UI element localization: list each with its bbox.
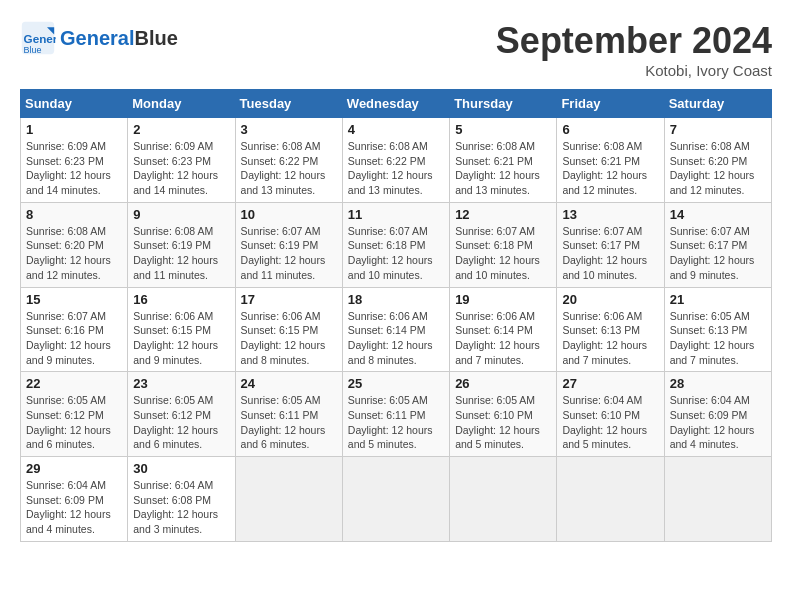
day-number: 12 — [455, 207, 551, 222]
day-info: Sunrise: 6:08 AM Sunset: 6:21 PM Dayligh… — [455, 139, 551, 198]
weekday-header: Sunday — [21, 90, 128, 118]
day-info: Sunrise: 6:07 AM Sunset: 6:18 PM Dayligh… — [455, 224, 551, 283]
day-number: 3 — [241, 122, 337, 137]
day-info: Sunrise: 6:06 AM Sunset: 6:13 PM Dayligh… — [562, 309, 658, 368]
calendar-table: SundayMondayTuesdayWednesdayThursdayFrid… — [20, 89, 772, 542]
calendar-week-row: 22Sunrise: 6:05 AM Sunset: 6:12 PM Dayli… — [21, 372, 772, 457]
calendar-day-cell: 1Sunrise: 6:09 AM Sunset: 6:23 PM Daylig… — [21, 118, 128, 203]
calendar-day-cell: 30Sunrise: 6:04 AM Sunset: 6:08 PM Dayli… — [128, 457, 235, 542]
page-header: General Blue GeneralBlue September 2024 … — [20, 20, 772, 79]
calendar-day-cell: 11Sunrise: 6:07 AM Sunset: 6:18 PM Dayli… — [342, 202, 449, 287]
calendar-day-cell: 20Sunrise: 6:06 AM Sunset: 6:13 PM Dayli… — [557, 287, 664, 372]
weekday-header-row: SundayMondayTuesdayWednesdayThursdayFrid… — [21, 90, 772, 118]
day-number: 6 — [562, 122, 658, 137]
day-info: Sunrise: 6:06 AM Sunset: 6:14 PM Dayligh… — [455, 309, 551, 368]
day-info: Sunrise: 6:07 AM Sunset: 6:18 PM Dayligh… — [348, 224, 444, 283]
calendar-day-cell — [664, 457, 771, 542]
calendar-day-cell — [235, 457, 342, 542]
day-number: 24 — [241, 376, 337, 391]
calendar-day-cell: 12Sunrise: 6:07 AM Sunset: 6:18 PM Dayli… — [450, 202, 557, 287]
day-number: 9 — [133, 207, 229, 222]
calendar-day-cell: 29Sunrise: 6:04 AM Sunset: 6:09 PM Dayli… — [21, 457, 128, 542]
day-info: Sunrise: 6:07 AM Sunset: 6:16 PM Dayligh… — [26, 309, 122, 368]
weekday-header: Wednesday — [342, 90, 449, 118]
weekday-header: Monday — [128, 90, 235, 118]
logo-blue: Blue — [134, 27, 177, 49]
calendar-day-cell: 10Sunrise: 6:07 AM Sunset: 6:19 PM Dayli… — [235, 202, 342, 287]
day-info: Sunrise: 6:05 AM Sunset: 6:12 PM Dayligh… — [133, 393, 229, 452]
day-info: Sunrise: 6:05 AM Sunset: 6:11 PM Dayligh… — [348, 393, 444, 452]
calendar-week-row: 29Sunrise: 6:04 AM Sunset: 6:09 PM Dayli… — [21, 457, 772, 542]
day-info: Sunrise: 6:04 AM Sunset: 6:09 PM Dayligh… — [670, 393, 766, 452]
calendar-day-cell: 18Sunrise: 6:06 AM Sunset: 6:14 PM Dayli… — [342, 287, 449, 372]
day-info: Sunrise: 6:04 AM Sunset: 6:08 PM Dayligh… — [133, 478, 229, 537]
svg-text:General: General — [24, 32, 56, 45]
day-number: 2 — [133, 122, 229, 137]
day-number: 7 — [670, 122, 766, 137]
calendar-day-cell: 28Sunrise: 6:04 AM Sunset: 6:09 PM Dayli… — [664, 372, 771, 457]
day-number: 10 — [241, 207, 337, 222]
location: Kotobi, Ivory Coast — [496, 62, 772, 79]
calendar-day-cell: 22Sunrise: 6:05 AM Sunset: 6:12 PM Dayli… — [21, 372, 128, 457]
day-number: 17 — [241, 292, 337, 307]
calendar-day-cell: 16Sunrise: 6:06 AM Sunset: 6:15 PM Dayli… — [128, 287, 235, 372]
day-info: Sunrise: 6:04 AM Sunset: 6:10 PM Dayligh… — [562, 393, 658, 452]
logo-general: General — [60, 27, 134, 49]
day-info: Sunrise: 6:08 AM Sunset: 6:21 PM Dayligh… — [562, 139, 658, 198]
calendar-week-row: 15Sunrise: 6:07 AM Sunset: 6:16 PM Dayli… — [21, 287, 772, 372]
day-info: Sunrise: 6:05 AM Sunset: 6:11 PM Dayligh… — [241, 393, 337, 452]
calendar-day-cell: 6Sunrise: 6:08 AM Sunset: 6:21 PM Daylig… — [557, 118, 664, 203]
day-number: 5 — [455, 122, 551, 137]
day-number: 1 — [26, 122, 122, 137]
svg-text:Blue: Blue — [24, 45, 42, 55]
calendar-day-cell: 23Sunrise: 6:05 AM Sunset: 6:12 PM Dayli… — [128, 372, 235, 457]
day-info: Sunrise: 6:06 AM Sunset: 6:15 PM Dayligh… — [241, 309, 337, 368]
calendar-day-cell: 9Sunrise: 6:08 AM Sunset: 6:19 PM Daylig… — [128, 202, 235, 287]
weekday-header: Tuesday — [235, 90, 342, 118]
calendar-day-cell: 5Sunrise: 6:08 AM Sunset: 6:21 PM Daylig… — [450, 118, 557, 203]
day-info: Sunrise: 6:09 AM Sunset: 6:23 PM Dayligh… — [26, 139, 122, 198]
calendar-week-row: 8Sunrise: 6:08 AM Sunset: 6:20 PM Daylig… — [21, 202, 772, 287]
day-number: 29 — [26, 461, 122, 476]
day-number: 16 — [133, 292, 229, 307]
calendar-day-cell: 3Sunrise: 6:08 AM Sunset: 6:22 PM Daylig… — [235, 118, 342, 203]
day-info: Sunrise: 6:05 AM Sunset: 6:10 PM Dayligh… — [455, 393, 551, 452]
title-block: September 2024 Kotobi, Ivory Coast — [496, 20, 772, 79]
day-number: 18 — [348, 292, 444, 307]
day-number: 26 — [455, 376, 551, 391]
calendar-day-cell: 7Sunrise: 6:08 AM Sunset: 6:20 PM Daylig… — [664, 118, 771, 203]
day-number: 8 — [26, 207, 122, 222]
day-number: 15 — [26, 292, 122, 307]
weekday-header: Thursday — [450, 90, 557, 118]
calendar-day-cell: 25Sunrise: 6:05 AM Sunset: 6:11 PM Dayli… — [342, 372, 449, 457]
day-info: Sunrise: 6:04 AM Sunset: 6:09 PM Dayligh… — [26, 478, 122, 537]
day-info: Sunrise: 6:08 AM Sunset: 6:20 PM Dayligh… — [26, 224, 122, 283]
day-number: 21 — [670, 292, 766, 307]
weekday-header: Friday — [557, 90, 664, 118]
calendar-day-cell — [342, 457, 449, 542]
day-info: Sunrise: 6:05 AM Sunset: 6:13 PM Dayligh… — [670, 309, 766, 368]
calendar-week-row: 1Sunrise: 6:09 AM Sunset: 6:23 PM Daylig… — [21, 118, 772, 203]
day-number: 13 — [562, 207, 658, 222]
day-number: 27 — [562, 376, 658, 391]
day-info: Sunrise: 6:08 AM Sunset: 6:20 PM Dayligh… — [670, 139, 766, 198]
day-info: Sunrise: 6:09 AM Sunset: 6:23 PM Dayligh… — [133, 139, 229, 198]
day-number: 23 — [133, 376, 229, 391]
calendar-day-cell: 8Sunrise: 6:08 AM Sunset: 6:20 PM Daylig… — [21, 202, 128, 287]
day-info: Sunrise: 6:08 AM Sunset: 6:22 PM Dayligh… — [241, 139, 337, 198]
calendar-day-cell: 14Sunrise: 6:07 AM Sunset: 6:17 PM Dayli… — [664, 202, 771, 287]
logo-icon: General Blue — [20, 20, 56, 56]
calendar-day-cell: 4Sunrise: 6:08 AM Sunset: 6:22 PM Daylig… — [342, 118, 449, 203]
day-info: Sunrise: 6:08 AM Sunset: 6:19 PM Dayligh… — [133, 224, 229, 283]
day-number: 11 — [348, 207, 444, 222]
day-number: 30 — [133, 461, 229, 476]
day-info: Sunrise: 6:06 AM Sunset: 6:15 PM Dayligh… — [133, 309, 229, 368]
day-number: 4 — [348, 122, 444, 137]
day-number: 22 — [26, 376, 122, 391]
day-number: 14 — [670, 207, 766, 222]
calendar-day-cell: 13Sunrise: 6:07 AM Sunset: 6:17 PM Dayli… — [557, 202, 664, 287]
calendar-day-cell: 19Sunrise: 6:06 AM Sunset: 6:14 PM Dayli… — [450, 287, 557, 372]
weekday-header: Saturday — [664, 90, 771, 118]
day-info: Sunrise: 6:08 AM Sunset: 6:22 PM Dayligh… — [348, 139, 444, 198]
calendar-day-cell: 17Sunrise: 6:06 AM Sunset: 6:15 PM Dayli… — [235, 287, 342, 372]
